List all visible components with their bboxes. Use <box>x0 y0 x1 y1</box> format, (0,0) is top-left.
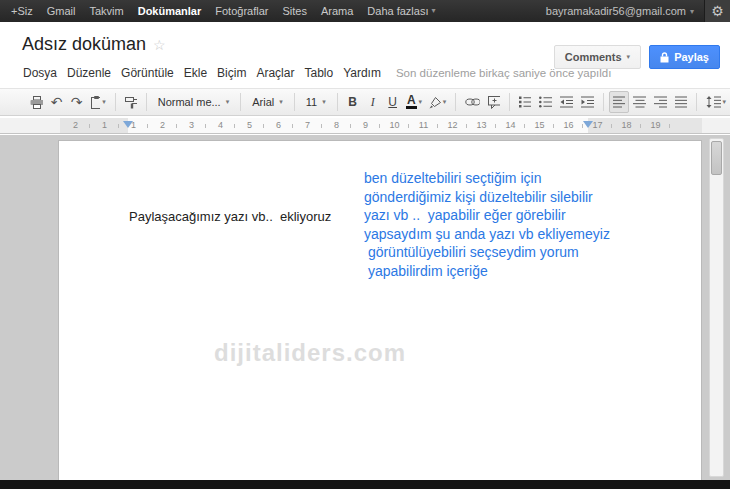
chevron-down-icon: ▾ <box>723 98 727 106</box>
doc-title-row: Adsız doküman ☆ <box>22 34 166 55</box>
align-left-button[interactable] <box>609 91 630 113</box>
left-indent-marker[interactable] <box>123 121 133 128</box>
ruler-number: 11 <box>409 118 438 133</box>
print-button[interactable] <box>26 91 47 113</box>
underline-button[interactable]: U <box>383 91 403 113</box>
menu-yardim[interactable]: Yardım <box>338 66 386 80</box>
align-justify-button[interactable] <box>671 91 692 113</box>
ruler-number: 13 <box>467 118 496 133</box>
menu-tablo[interactable]: Tablo <box>299 66 338 80</box>
text-color-button[interactable]: A ▾ <box>403 91 426 113</box>
toolbar-separator <box>115 93 116 111</box>
toolbar-separator <box>337 93 338 111</box>
vertical-scrollbar[interactable] <box>709 138 724 477</box>
ruler-number: 5 <box>235 118 264 133</box>
settings-gear-button[interactable]: ⚙ <box>704 0 730 22</box>
undo-button[interactable]: ↶ <box>47 91 67 113</box>
account-menu[interactable]: bayramakadir56@gmail.com ▾ <box>536 5 704 17</box>
topbar-item-takvim[interactable]: Takvim <box>82 0 130 22</box>
highlight-color-button[interactable]: ▾ <box>425 91 450 113</box>
share-button[interactable]: Paylaş <box>649 45 720 69</box>
align-left-icon <box>613 96 626 108</box>
ruler-row: 2112345678910111213141516171819 <box>0 118 730 134</box>
bottom-black-bar <box>0 480 730 489</box>
web-clipboard-button[interactable]: ▾ <box>87 91 110 113</box>
increase-indent-button[interactable] <box>577 91 598 113</box>
chevron-down-icon: ▾ <box>443 98 447 106</box>
align-right-icon <box>654 96 667 108</box>
numbered-list-button[interactable] <box>515 91 536 113</box>
toolbar-separator <box>240 93 241 111</box>
font-dropdown[interactable]: Arial ▾ <box>246 91 289 113</box>
scrollbar-thumb[interactable] <box>711 141 722 175</box>
bold-icon: B <box>348 96 357 108</box>
align-right-button[interactable] <box>650 91 671 113</box>
menu-dosya[interactable]: Dosya <box>18 66 62 80</box>
page-title[interactable]: Adsız doküman <box>22 34 146 55</box>
chevron-down-icon: ▾ <box>102 98 106 106</box>
chevron-down-icon: ▾ <box>627 53 631 61</box>
line-spacing-button[interactable]: ▾ <box>702 91 730 113</box>
ruler-number: 2 <box>148 118 177 133</box>
link-icon <box>465 97 480 107</box>
ruler-number: 18 <box>612 118 641 133</box>
topbar-item-fotograflar[interactable]: Fotoğraflar <box>208 0 275 22</box>
redo-button[interactable]: ↷ <box>67 91 87 113</box>
document-text-line: yazı vb .. yapabilir eğer görebilir <box>364 206 610 225</box>
menu-duzenle[interactable]: Düzenle <box>62 66 116 80</box>
ruler-numbers: 2112345678910111213141516171819 <box>60 118 670 133</box>
ruler-number: 10 <box>380 118 409 133</box>
comments-label: Comments <box>565 51 622 63</box>
align-center-button[interactable] <box>629 91 650 113</box>
menu-araclar[interactable]: Araçlar <box>251 66 299 80</box>
topbar-item-dokumanlar[interactable]: Dokümanlar <box>131 0 209 22</box>
clipboard-icon <box>91 96 100 109</box>
ruler-number: 8 <box>322 118 351 133</box>
styles-dropdown[interactable]: Normal me... ▾ <box>152 91 235 113</box>
chevron-down-icon: ▾ <box>279 98 283 106</box>
insert-comment-button[interactable] <box>484 91 504 113</box>
decrease-indent-icon <box>560 96 573 108</box>
menu-goruntule[interactable]: Görüntüle <box>116 66 179 80</box>
ruler-number: 19 <box>641 118 670 133</box>
italic-button[interactable]: I <box>363 91 383 113</box>
account-email: bayramakadir56@gmail.com <box>546 5 686 17</box>
ruler-number: 1 <box>90 118 119 133</box>
document-text-line: yapabilirdim içeriğe <box>364 262 610 281</box>
topbar-item-gmail[interactable]: Gmail <box>40 0 83 22</box>
topbar-item-sites[interactable]: Sites <box>275 0 313 22</box>
numbered-list-icon <box>519 96 532 108</box>
chevron-down-icon: ▾ <box>419 98 423 106</box>
star-icon[interactable]: ☆ <box>153 37 166 53</box>
undo-icon: ↶ <box>51 95 63 109</box>
paint-format-button[interactable] <box>121 91 141 113</box>
right-indent-marker[interactable] <box>583 121 593 128</box>
underline-icon: U <box>388 96 397 108</box>
chevron-down-icon: ▾ <box>432 0 436 22</box>
chevron-down-icon: ▾ <box>690 7 694 16</box>
lock-icon <box>660 52 669 63</box>
topbar-item-arama[interactable]: Arama <box>314 0 360 22</box>
topbar-item-plus-siz[interactable]: +Siz <box>4 0 40 22</box>
document-text-line: ben düzeltebiliri seçtiğim için <box>364 169 610 188</box>
paint-format-icon <box>125 96 137 109</box>
text-color-icon: A <box>406 95 417 109</box>
decrease-indent-button[interactable] <box>556 91 577 113</box>
font-size-dropdown[interactable]: 11 ▾ <box>300 91 332 113</box>
insert-link-button[interactable] <box>461 91 484 113</box>
toolbar-separator <box>696 93 697 111</box>
highlight-color-icon <box>429 96 440 109</box>
align-justify-icon <box>675 96 688 108</box>
bold-button[interactable]: B <box>343 91 363 113</box>
font-dropdown-value: Arial <box>252 96 274 108</box>
bulleted-list-button[interactable] <box>535 91 556 113</box>
toolbar-separator <box>603 93 604 111</box>
ruler-number: 3 <box>177 118 206 133</box>
menu-ekle[interactable]: Ekle <box>179 66 212 80</box>
menu-bicim[interactable]: Biçim <box>212 66 251 80</box>
document-paragraph: Paylaşacağımız yazı vb.. ekliyoruz <box>129 209 331 224</box>
chevron-down-icon: ▾ <box>322 98 326 106</box>
topbar-item-more[interactable]: Daha fazlası ▾ <box>360 0 442 22</box>
toolbar: ↶ ↷ ▾ Normal me... ▾ Arial <box>0 88 730 116</box>
document-page[interactable]: Paylaşacağımız yazı vb.. ekliyoruz ben d… <box>58 140 702 480</box>
